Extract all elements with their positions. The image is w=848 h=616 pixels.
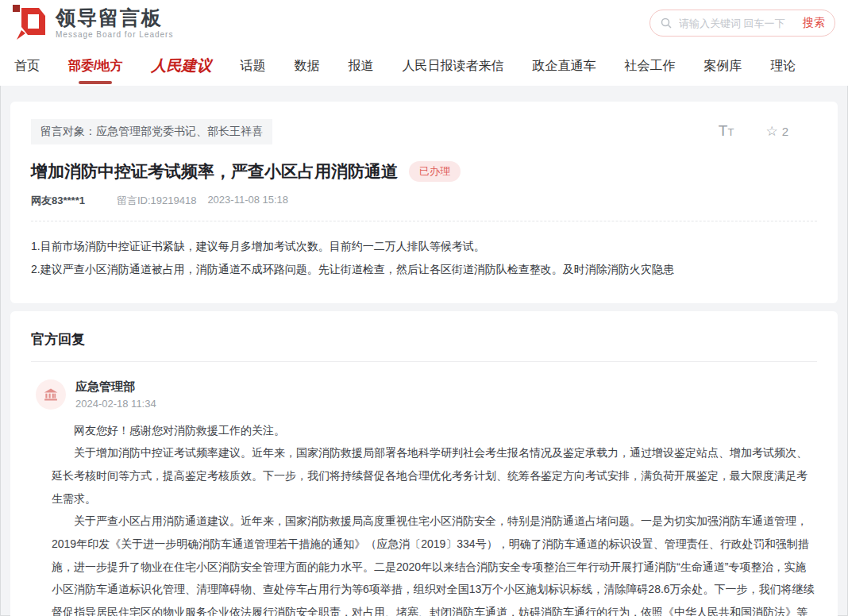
- search-input[interactable]: [679, 17, 803, 29]
- reply-divider: [31, 361, 817, 362]
- message-card: 留言对象：应急管理部党委书记、部长王祥喜 T T ☆ 2 增加消防中控证考试频率…: [10, 102, 838, 303]
- nav-item-reader-letters[interactable]: 人民日报读者来信: [402, 58, 503, 75]
- font-size-small-glyph: T: [727, 126, 734, 138]
- reply-agency-name: 应急管理部: [75, 379, 156, 395]
- nav-item-ministries-local[interactable]: 部委/地方: [68, 58, 122, 75]
- reply-paragraph: 网友您好！感谢您对消防救援工作的关注。: [52, 419, 817, 442]
- message-author: 网友83****1: [31, 194, 85, 208]
- message-content-line: 1.目前市场消防中控证证书紧缺，建议每月多增加考试次数。目前约一二万人排队等候考…: [31, 236, 817, 257]
- font-size-large-glyph: T: [719, 122, 728, 140]
- status-badge: 已办理: [409, 161, 461, 182]
- government-building-icon: [43, 387, 59, 402]
- nav-item-theory[interactable]: 理论: [770, 58, 796, 75]
- message-date: 2023-11-08 15:18: [207, 194, 288, 208]
- nav-item-gov-biz-express[interactable]: 政企直通车: [532, 58, 596, 75]
- reply-body: 网友您好！感谢您对消防救援工作的关注。 关于增加消防中控证考试频率建议。近年来，…: [52, 419, 817, 616]
- agency-avatar: [36, 379, 66, 410]
- nav-item-reports[interactable]: 报道: [348, 58, 373, 75]
- message-content-line: 2.建议严查小区消防通道被占用，消防通道不成环路问题。先让街道检查，然后让各区街…: [31, 259, 817, 280]
- reply-section-title: 官方回复: [31, 330, 817, 348]
- message-target-label: 留言对象：应急管理部党委书记、部长王祥喜: [31, 119, 272, 144]
- search-icon: [660, 17, 673, 29]
- star-count: 2: [782, 125, 788, 138]
- star-icon: ☆: [765, 123, 777, 140]
- message-id: 留言ID:19219418: [117, 194, 196, 208]
- logo-icon: [13, 5, 48, 41]
- search-button[interactable]: 搜索: [803, 16, 825, 30]
- nav-item-case-library[interactable]: 案例库: [703, 58, 742, 75]
- nav-item-people-suggestions[interactable]: 人民建议: [151, 56, 211, 76]
- reply-paragraph: 关于严查小区占用消防通道建议。近年来，国家消防救援局高度重视住宅小区消防安全，特…: [52, 510, 817, 616]
- message-content: 1.目前市场消防中控证证书紧缺，建议每月多增加考试次数。目前约一二万人排队等候考…: [31, 236, 817, 281]
- nav-item-home[interactable]: 首页: [14, 58, 40, 75]
- search-box: 搜索: [649, 10, 835, 37]
- logo-title: 领导留言板: [56, 7, 173, 28]
- reply-date: 2024-02-18 11:34: [75, 398, 156, 410]
- official-reply-card: 官方回复 应急管理部 2024-02-18 11:34 网友您好！感谢您对消防救…: [10, 311, 838, 616]
- logo-subtitle: Message Board for Leaders: [56, 30, 173, 39]
- reply-paragraph: 关于增加消防中控证考试频率建议。近年来，国家消防救援局部署各地科学研判社会考生报…: [52, 441, 817, 510]
- nav-item-data[interactable]: 数据: [294, 58, 319, 75]
- nav-item-social-work[interactable]: 社会工作: [624, 58, 675, 75]
- main-nav: 首页 部委/地方 人民建议 话题 数据 报道 人民日报读者来信 政企直通车 社会…: [0, 46, 848, 86]
- star-button[interactable]: ☆ 2: [765, 123, 788, 140]
- site-logo[interactable]: 领导留言板 Message Board for Leaders: [13, 5, 173, 41]
- font-size-icon[interactable]: T T: [719, 122, 734, 140]
- nav-item-topics[interactable]: 话题: [240, 58, 265, 75]
- message-title: 增加消防中控证考试频率，严查小区占用消防通道: [31, 160, 398, 183]
- header: 领导留言板 Message Board for Leaders 搜索: [0, 0, 848, 46]
